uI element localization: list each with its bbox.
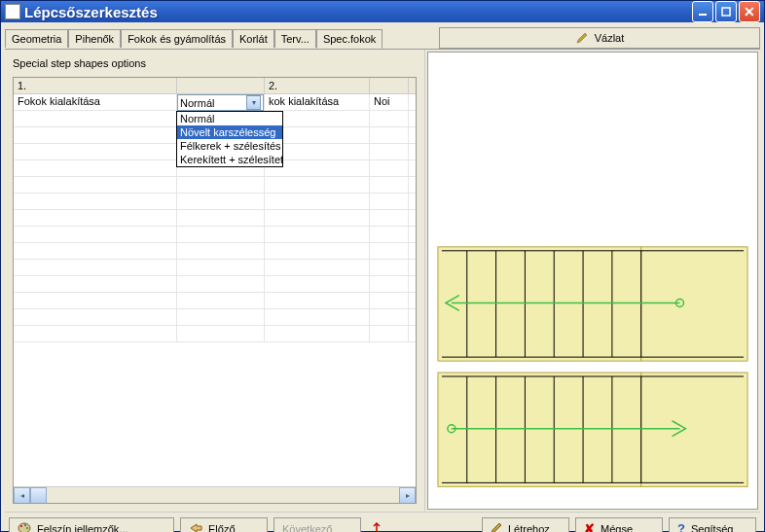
svg-rect-2 — [438, 247, 641, 361]
tab-pihenok[interactable]: Pihenők — [68, 29, 121, 48]
table-row: Fokok kialakítása Normál ▾ kok kialakítá… — [14, 94, 416, 111]
window-title: Lépcsőszerkesztés — [24, 4, 692, 20]
tab-fokok[interactable]: Fokok és gyámolítás — [121, 29, 233, 48]
scroll-left-button[interactable]: ◂ — [14, 487, 30, 504]
x-icon: ✘ — [584, 521, 595, 532]
dropdown-list: Normál Növelt karszélesség Félkerek + sz… — [176, 111, 283, 167]
stair-editor-window: Lépcsőszerkesztés ✕ Geometria Pihenők Fo… — [0, 0, 765, 532]
prev-label: Előző — [208, 523, 236, 532]
col-header-2b[interactable] — [370, 78, 409, 93]
pencil-icon — [491, 522, 502, 532]
tab-bar: Geometria Pihenők Fokok és gyámolítás Ko… — [5, 29, 382, 48]
col-header-1[interactable]: 1. — [14, 78, 177, 93]
main-area: Special step shapes options 1. 2. Fokok … — [5, 49, 760, 512]
svg-point-30 — [24, 524, 26, 526]
row1-c2[interactable]: kok kialakítása — [265, 94, 370, 110]
row1-label[interactable]: Fokok kialakítása — [14, 94, 177, 110]
svg-rect-0 — [699, 14, 707, 16]
maximize-button[interactable] — [715, 1, 737, 22]
cancel-label: Mégse — [601, 523, 633, 532]
row1-c3[interactable]: Noi — [370, 94, 409, 110]
titlebar: Lépcsőszerkesztés ✕ — [1, 1, 764, 22]
svg-point-28 — [18, 523, 30, 532]
next-label: Következő — [282, 523, 332, 532]
close-button[interactable]: ✕ — [739, 1, 760, 22]
options-grid: 1. 2. Fokok kialakítása Normál ▾ — [13, 77, 417, 504]
dropdown-option-novelt[interactable]: Növelt karszélesség — [177, 125, 282, 139]
step-type-dropdown[interactable]: Normál ▾ — [177, 94, 264, 111]
stair-preview — [428, 53, 757, 509]
top-row: Geometria Pihenők Fokok és gyámolítás Ko… — [5, 26, 760, 50]
surface-props-label: Felszín jellemzők... — [37, 523, 128, 532]
svg-point-29 — [20, 525, 22, 527]
button-row: Felszín jellemzők... Előző Következő — [5, 512, 760, 532]
minimize-button[interactable] — [692, 1, 713, 22]
content-area: Geometria Pihenők Fokok és gyámolítás Ko… — [1, 22, 764, 532]
dropdown-value: Normál — [180, 97, 214, 109]
svg-rect-3 — [641, 247, 747, 361]
grid-header: 1. 2. — [14, 78, 416, 94]
question-icon: ? — [677, 521, 685, 532]
sketch-button[interactable]: Vázlat — [439, 27, 760, 49]
palette-icon — [18, 522, 31, 532]
surface-props-button[interactable]: Felszín jellemzők... — [9, 517, 174, 532]
col-header-2[interactable]: 2. — [265, 78, 370, 93]
scroll-thumb[interactable] — [30, 487, 47, 504]
grid-scrollbar[interactable]: ◂ ▸ — [14, 486, 416, 503]
grid-body: Fokok kialakítása Normál ▾ kok kialakítá… — [14, 94, 416, 486]
svg-point-31 — [26, 527, 28, 529]
tab-specfokok[interactable]: Spec.fokok — [316, 29, 382, 49]
next-button: Következő — [273, 517, 361, 532]
tab-terv[interactable]: Terv... — [274, 29, 316, 48]
col-header-1b[interactable] — [177, 78, 265, 93]
sketch-label: Vázlat — [595, 32, 625, 44]
prev-button[interactable]: Előző — [180, 517, 268, 532]
window-controls: ✕ — [692, 1, 760, 22]
preview-panel — [427, 52, 758, 510]
cancel-button[interactable]: ✘ Mégse — [575, 517, 663, 532]
dropdown-option-normal[interactable]: Normál — [177, 112, 282, 125]
help-button[interactable]: ? Segítség — [669, 517, 756, 532]
left-panel: Special step shapes options 1. 2. Fokok … — [5, 50, 425, 512]
scroll-right-button[interactable]: ▸ — [399, 487, 416, 504]
create-button[interactable]: Létrehoz — [482, 517, 569, 532]
tab-geometria[interactable]: Geometria — [5, 29, 68, 48]
hand-left-icon — [189, 522, 202, 532]
scroll-track[interactable] — [47, 487, 399, 504]
tab-korlat[interactable]: Korlát — [233, 29, 274, 48]
pencil-icon — [575, 31, 589, 45]
svg-rect-16 — [641, 372, 747, 486]
svg-rect-15 — [438, 372, 641, 486]
dropdown-option-kerekitett[interactable]: Kerekített + szélesített — [177, 153, 282, 166]
axis-icon — [367, 521, 386, 532]
panel-caption: Special step shapes options — [13, 57, 417, 69]
svg-rect-1 — [722, 8, 730, 16]
dropdown-option-felkerek[interactable]: Félkerek + szélesítés — [177, 139, 282, 153]
help-label: Segítség — [691, 523, 733, 532]
chevron-down-icon: ▾ — [246, 95, 261, 110]
app-icon — [5, 4, 20, 19]
create-label: Létrehoz — [508, 523, 550, 532]
